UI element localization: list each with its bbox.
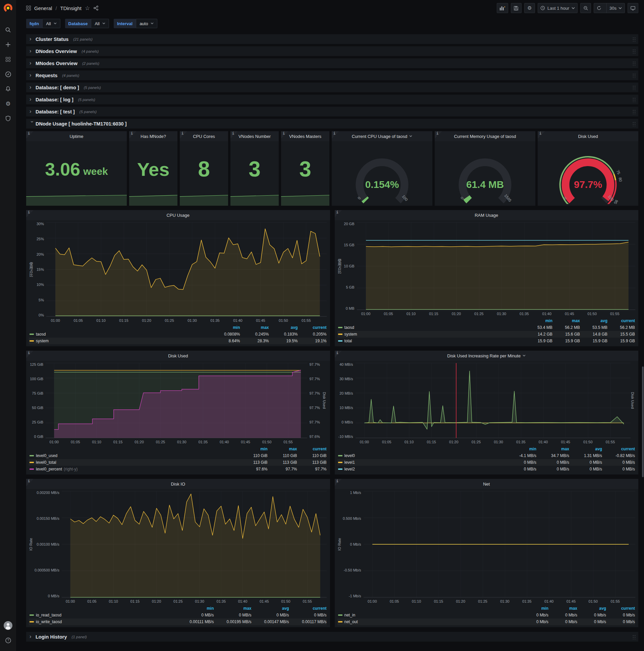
panel-header[interactable]: Current Memory Usage of taosd [435, 131, 535, 141]
legend-column-header[interactable]: min [211, 325, 240, 330]
legend-series-name[interactable]: level0_total [36, 460, 56, 465]
zoom-out-button[interactable] [580, 3, 591, 13]
legend-column-header[interactable]: avg [269, 325, 298, 330]
row-drag-handle[interactable] [632, 49, 636, 54]
panel-header[interactable]: VNodes Masters [281, 131, 329, 141]
variable-value-dropdown[interactable]: auto [136, 19, 157, 28]
panel-header[interactable]: Uptime [26, 131, 127, 141]
user-avatar[interactable] [0, 618, 16, 633]
chart-plot[interactable] [62, 491, 327, 598]
dashboards-icon[interactable] [0, 52, 16, 67]
refresh-button[interactable] [594, 3, 604, 13]
create-plus-icon[interactable] [0, 37, 16, 52]
row-drag-handle[interactable] [632, 634, 636, 639]
time-range-picker[interactable]: Last 1 hour [538, 3, 578, 13]
dashboard-row[interactable]: ›DNode Usage [ huolinhe-TM1701:6030 ] [26, 119, 638, 128]
cycle-view-mode-button[interactable] [627, 3, 638, 13]
legend-column-header[interactable]: current [607, 318, 635, 323]
legend-column-header[interactable]: current [298, 325, 327, 330]
panel-header[interactable]: CPU Usage [26, 210, 330, 220]
row-drag-handle[interactable] [632, 109, 636, 114]
legend-column-header[interactable]: min [525, 318, 552, 323]
dashboard-row[interactable]: ›Database: [ demo ](5 panels) [26, 83, 638, 92]
legend-column-header[interactable]: current [297, 447, 327, 451]
page-scrollbar[interactable] [642, 0, 644, 651]
legend-column-header[interactable]: current [606, 606, 635, 611]
dashboard-row[interactable]: ›MNodes Overview(2 panels) [26, 58, 638, 68]
panel-header[interactable]: Disk IO [26, 479, 330, 489]
configuration-gear-icon[interactable]: ⚙ [0, 96, 16, 111]
legend-series-name[interactable]: taosd [36, 332, 45, 337]
legend-column-header[interactable]: max [214, 606, 252, 611]
legend-column-header[interactable]: avg [569, 447, 602, 451]
alerting-bell-icon[interactable] [0, 82, 16, 96]
row-drag-handle[interactable] [632, 37, 636, 41]
legend-series-name[interactable]: net_out [345, 619, 358, 624]
add-panel-button[interactable] [497, 3, 508, 13]
panel-header[interactable]: Has MNode? [129, 131, 178, 141]
breadcrumb-section[interactable]: General [34, 5, 52, 11]
legend-series-name[interactable]: io_write_taosd [36, 619, 62, 624]
chart-plot[interactable] [45, 363, 307, 438]
legend-column-header[interactable]: max [240, 325, 269, 330]
legend-series-name[interactable]: level0 [345, 453, 355, 458]
panel-header[interactable]: Disk Used [538, 131, 638, 141]
row-drag-handle[interactable] [632, 121, 636, 126]
dashboard-row[interactable]: ›Database: [ log ](5 panels) [26, 95, 638, 104]
legend-series-name[interactable]: level0_percent [36, 467, 62, 471]
legend-series-name[interactable]: net_in [345, 613, 356, 617]
panel-header[interactable]: Disk Used Increasing Rate per Minute [335, 351, 639, 361]
chart-plot[interactable] [363, 491, 635, 598]
panel-header[interactable]: CPU Cores [180, 131, 228, 141]
server-admin-shield-icon[interactable] [0, 111, 16, 126]
legend-series-name[interactable]: level0_used [36, 453, 57, 458]
help-icon[interactable]: ? [0, 633, 16, 648]
legend-series-name[interactable]: system [345, 332, 357, 337]
breadcrumb-title[interactable]: TDinsight [60, 5, 82, 11]
variable-value-dropdown[interactable]: All [42, 19, 60, 28]
variable-value-dropdown[interactable]: All [91, 19, 109, 28]
legend-column-header[interactable]: max [268, 447, 297, 451]
dashboard-row[interactable]: ›Cluster Status(21 panels) [26, 34, 638, 44]
chart-plot[interactable] [357, 222, 635, 310]
dashboard-row[interactable]: ›Login History(1 panel) [26, 632, 638, 642]
panel-header[interactable]: Disk Used [26, 351, 330, 361]
panel-header[interactable]: Net [335, 479, 639, 489]
legend-column-header[interactable]: max [536, 447, 569, 451]
legend-column-header[interactable]: min [238, 447, 268, 451]
legend-column-header[interactable]: max [552, 318, 580, 323]
legend-column-header[interactable]: min [504, 447, 536, 451]
row-drag-handle[interactable] [632, 97, 636, 102]
explore-compass-icon[interactable] [0, 67, 16, 82]
legend-column-header[interactable]: avg [580, 318, 607, 323]
legend-series-name[interactable]: system [36, 339, 49, 343]
dashboard-row[interactable]: ›DNodes Overview(4 panels) [26, 46, 638, 56]
dashboard-row[interactable]: ›Database: [ test ](5 panels) [26, 107, 638, 117]
legend-column-header[interactable]: min [176, 606, 214, 611]
legend-column-header[interactable]: min [520, 606, 548, 611]
refresh-interval-dropdown[interactable]: 30s [606, 3, 624, 13]
search-icon[interactable] [0, 23, 16, 37]
favorite-star-icon[interactable]: ☆ [85, 5, 90, 12]
legend-series-name[interactable]: level1 [345, 460, 355, 465]
legend-column-header[interactable]: current [289, 606, 327, 611]
save-dashboard-button[interactable] [511, 3, 522, 13]
legend-column-header[interactable]: avg [252, 606, 289, 611]
legend-series-name[interactable]: io_read_taosd [36, 613, 61, 617]
panel-header[interactable]: VNodes Number [230, 131, 279, 141]
panel-header[interactable]: Current CPU Usage of taosd [332, 131, 432, 141]
row-drag-handle[interactable] [632, 85, 636, 90]
legend-series-name[interactable]: total [345, 339, 352, 343]
legend-column-header[interactable]: avg [577, 606, 606, 611]
dashboard-row[interactable]: ›Requests(4 panels) [26, 70, 638, 80]
row-drag-handle[interactable] [632, 73, 636, 78]
grafana-logo[interactable] [3, 3, 13, 13]
legend-series-name[interactable]: level2 [345, 467, 355, 471]
chart-plot[interactable] [356, 363, 631, 438]
chart-plot[interactable] [46, 222, 327, 317]
share-icon[interactable] [93, 5, 99, 11]
row-drag-handle[interactable] [632, 61, 636, 66]
legend-series-name[interactable]: taosd [345, 325, 354, 330]
legend-column-header[interactable]: current [602, 447, 635, 451]
dashboard-settings-button[interactable]: ⚙ [524, 3, 535, 13]
